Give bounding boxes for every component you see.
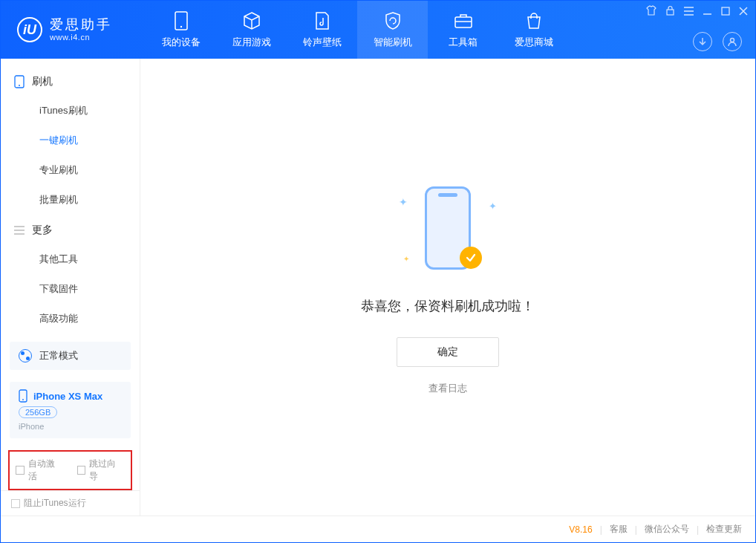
- version-label: V8.16: [569, 524, 592, 535]
- music-file-icon: [314, 10, 330, 31]
- app-subtitle: www.i4.cn: [50, 33, 112, 42]
- window-controls: [646, 5, 748, 19]
- lock-icon[interactable]: [665, 5, 675, 19]
- view-log-link[interactable]: 查看日志: [428, 382, 467, 395]
- support-link[interactable]: 客服: [610, 523, 628, 536]
- success-message: 恭喜您，保资料刷机成功啦！: [361, 297, 535, 315]
- shield-refresh-icon: [383, 10, 403, 31]
- sidebar-item-one-click-flash[interactable]: 一键刷机: [1, 126, 140, 155]
- tab-label: 我的设备: [162, 36, 201, 49]
- tab-toolbox[interactable]: 工具箱: [428, 1, 498, 59]
- sidebar-section-more: 更多: [1, 215, 140, 244]
- tab-label: 工具箱: [449, 36, 478, 49]
- sparkle-icon: ✦: [403, 255, 409, 263]
- device-icon: [14, 75, 25, 88]
- tab-label: 智能刷机: [374, 36, 412, 49]
- download-button[interactable]: [693, 32, 712, 51]
- tab-label: 爱思商城: [515, 36, 553, 49]
- sidebar-item-pro-flash[interactable]: 专业刷机: [1, 155, 140, 185]
- tab-label: 铃声壁纸: [303, 36, 342, 49]
- checkbox-icon: [16, 466, 25, 475]
- section-label: 刷机: [32, 75, 53, 88]
- menu-icon[interactable]: [684, 5, 694, 19]
- checkbox-label: 自动激活: [28, 458, 64, 483]
- section-label: 更多: [32, 224, 53, 237]
- app-title: 爱思助手: [50, 17, 112, 33]
- bag-icon: [525, 10, 543, 31]
- svg-point-5: [731, 39, 734, 42]
- phone-icon: [175, 10, 188, 31]
- sidebar-item-other-tools[interactable]: 其他工具: [1, 244, 140, 274]
- header-right-controls: [693, 32, 742, 51]
- separator: |: [635, 524, 637, 535]
- checkbox-auto-activate[interactable]: 自动激活: [16, 458, 64, 483]
- check-update-link[interactable]: 检查更新: [706, 523, 742, 536]
- sparkle-icon: ✦: [489, 201, 497, 212]
- checkbox-label: 阻止iTunes运行: [24, 497, 86, 510]
- main-tabs: 我的设备 应用游戏 铃声壁纸 智能刷机 工具箱 爱思商城: [146, 1, 569, 59]
- checkbox-skip-guide[interactable]: 跳过向导: [77, 458, 126, 483]
- sparkle-icon: ✦: [399, 196, 408, 208]
- cube-icon: [242, 10, 261, 31]
- maximize-icon[interactable]: [721, 5, 730, 19]
- sidebar-item-advanced[interactable]: 高级功能: [1, 304, 140, 334]
- ok-button[interactable]: 确定: [397, 337, 499, 367]
- main-content: ✦ ✦ ✦ 恭喜您，保资料刷机成功啦！ 确定 查看日志: [140, 59, 755, 516]
- mode-indicator[interactable]: 正常模式: [10, 342, 131, 370]
- logo-text: 爱思助手 www.i4.cn: [50, 17, 112, 42]
- list-icon: [14, 226, 25, 235]
- minimize-icon[interactable]: [703, 5, 712, 19]
- close-icon[interactable]: [739, 5, 748, 19]
- checkbox-icon: [11, 499, 20, 508]
- sidebar-item-itunes-flash[interactable]: iTunes刷机: [1, 96, 140, 126]
- checkbox-block-itunes[interactable]: 阻止iTunes运行: [11, 497, 86, 510]
- tab-ringtones[interactable]: 铃声壁纸: [287, 1, 357, 59]
- sidebar: 刷机 iTunes刷机 一键刷机 专业刷机 批量刷机 更多 其他工具 下载固件 …: [1, 59, 140, 516]
- sidebar-footer: 阻止iTunes运行: [1, 490, 140, 516]
- svg-point-9: [22, 399, 24, 400]
- toolbox-icon: [454, 10, 473, 31]
- svg-rect-2: [455, 17, 472, 27]
- wechat-link[interactable]: 微信公众号: [645, 523, 689, 536]
- app-window: iU 爱思助手 www.i4.cn 我的设备 应用游戏 铃声壁纸 智能刷机: [0, 0, 756, 543]
- svg-point-7: [19, 85, 20, 86]
- sidebar-section-flash: 刷机: [1, 66, 140, 96]
- separator: |: [600, 524, 602, 535]
- tab-label: 应用游戏: [232, 36, 271, 49]
- separator: |: [697, 524, 699, 535]
- phone-icon: [19, 389, 27, 403]
- svg-rect-3: [667, 10, 674, 15]
- tab-apps-games[interactable]: 应用游戏: [216, 1, 287, 59]
- device-name: iPhone XS Max: [33, 391, 102, 402]
- checkbox-icon: [77, 466, 86, 475]
- header: iU 爱思助手 www.i4.cn 我的设备 应用游戏 铃声壁纸 智能刷机: [1, 1, 755, 59]
- tab-smart-flash[interactable]: 智能刷机: [357, 1, 428, 59]
- svg-rect-4: [722, 7, 729, 15]
- logo-icon: iU: [17, 17, 42, 42]
- sidebar-item-batch-flash[interactable]: 批量刷机: [1, 185, 140, 215]
- tab-store[interactable]: 爱思商城: [498, 1, 569, 59]
- device-info[interactable]: iPhone XS Max 256GB iPhone: [10, 382, 131, 438]
- sidebar-item-download-firmware[interactable]: 下载固件: [1, 274, 140, 304]
- check-badge-icon: [460, 247, 482, 269]
- options-highlight: 自动激活 跳过向导: [8, 450, 132, 490]
- logo-area: iU 爱思助手 www.i4.cn: [1, 17, 146, 42]
- body: 刷机 iTunes刷机 一键刷机 专业刷机 批量刷机 更多 其他工具 下载固件 …: [1, 59, 755, 516]
- mode-icon: [19, 349, 32, 362]
- checkbox-label: 跳过向导: [89, 458, 125, 483]
- user-button[interactable]: [723, 32, 742, 51]
- footer: V8.16 | 客服 | 微信公众号 | 检查更新: [1, 516, 755, 542]
- success-illustration: ✦ ✦ ✦: [388, 180, 507, 276]
- mode-label: 正常模式: [39, 349, 78, 362]
- footer-right: V8.16 | 客服 | 微信公众号 | 检查更新: [569, 523, 742, 536]
- tab-my-device[interactable]: 我的设备: [146, 1, 216, 59]
- svg-point-1: [180, 26, 181, 27]
- tshirt-icon[interactable]: [646, 5, 656, 19]
- device-type: iPhone: [19, 422, 122, 431]
- device-capacity: 256GB: [19, 406, 57, 418]
